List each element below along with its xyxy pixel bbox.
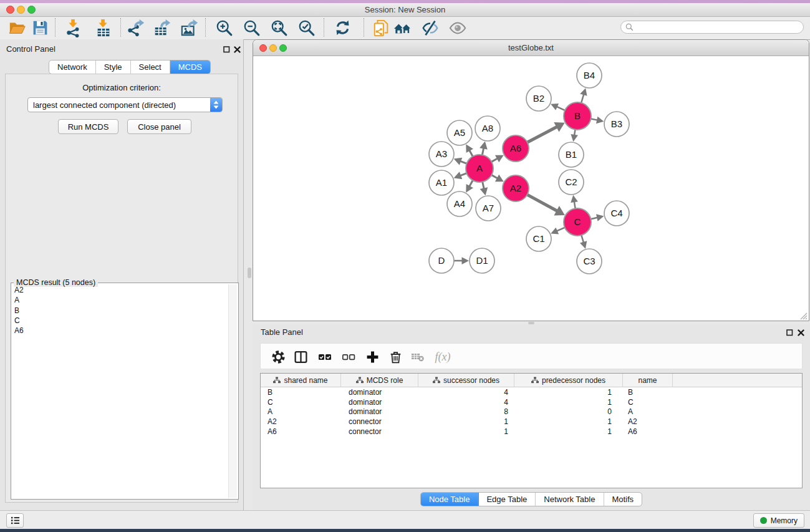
graph-node-B2[interactable]: B2 — [526, 86, 551, 111]
zoom-in-button[interactable] — [213, 17, 236, 38]
table-cell[interactable]: 1 — [514, 427, 623, 436]
network-vertical-scrollbar-thumb[interactable] — [248, 268, 251, 278]
graph-edge-A-A6[interactable] — [491, 155, 503, 163]
table-row[interactable]: A6connector11A6 — [261, 427, 802, 437]
table-cell[interactable]: A2 — [623, 417, 673, 426]
run-mcds-button[interactable]: Run MCDS — [58, 119, 118, 134]
table-cell[interactable]: 1 — [514, 388, 623, 397]
table-cell[interactable]: dominator — [341, 407, 418, 416]
table-cell[interactable]: A — [623, 407, 673, 416]
open-session-button[interactable] — [6, 17, 29, 38]
graph-edge-C-C2[interactable] — [571, 195, 578, 210]
export-network-button[interactable] — [125, 17, 147, 38]
mcds-result-list[interactable]: A2ABCA6 — [12, 285, 228, 498]
table-cell[interactable]: 0 — [514, 407, 623, 416]
delete-column-button[interactable] — [387, 348, 404, 365]
close-panel-action-button[interactable]: Close panel — [127, 119, 191, 134]
result-item[interactable]: B — [12, 306, 228, 316]
graph-node-A7[interactable]: A7 — [476, 196, 501, 221]
table-cell[interactable]: 4 — [418, 388, 514, 397]
graph-edge-A-A8[interactable] — [480, 142, 488, 156]
table-cell[interactable]: dominator — [341, 388, 418, 397]
table-cell[interactable]: A — [261, 407, 341, 416]
table-cell[interactable]: A6 — [261, 427, 341, 436]
export-table-button[interactable] — [151, 17, 173, 38]
graph-edge-A-A1[interactable] — [454, 172, 468, 179]
table-cell[interactable]: B — [261, 388, 341, 397]
graph-node-B1[interactable]: B1 — [559, 142, 584, 167]
table-cell[interactable]: B — [623, 388, 673, 397]
table-cell[interactable]: C — [261, 398, 341, 407]
network-window-titlebar[interactable]: testGlobe.txt — [253, 40, 809, 56]
resize-grip-icon[interactable] — [799, 311, 808, 320]
table-row[interactable]: Bdominator41B — [261, 387, 802, 397]
graph-edge-C-C1[interactable] — [551, 227, 565, 234]
table-cell[interactable]: 4 — [418, 398, 514, 407]
table-cell[interactable]: A2 — [261, 417, 341, 426]
graph-node-D[interactable]: D — [429, 248, 454, 273]
graph-node-A1[interactable]: A1 — [429, 170, 454, 195]
graph-edge-C-C3[interactable] — [580, 235, 587, 249]
table-tab-network-table[interactable]: Network Table — [536, 493, 604, 506]
table-close-button[interactable] — [797, 329, 805, 337]
table-cell[interactable]: 8 — [418, 407, 514, 416]
table-float-button[interactable] — [786, 329, 794, 337]
network-canvas[interactable]: B4B2BB3A5A8A6A3B1AA1C2A2A4A7C4CC1C3DD1 — [254, 56, 808, 321]
table-tab-motifs[interactable]: Motifs — [604, 493, 642, 506]
zoom-out-button[interactable] — [241, 17, 263, 38]
import-table-button[interactable] — [92, 17, 115, 38]
float-panel-button[interactable] — [223, 46, 231, 54]
table-cell[interactable]: connector — [341, 427, 418, 436]
result-item[interactable]: A6 — [12, 326, 228, 336]
memory-button[interactable]: Memory — [753, 513, 804, 528]
column-header-shared-name[interactable]: shared name — [261, 374, 341, 387]
column-header-predecessor-nodes[interactable]: predecessor nodes — [514, 374, 623, 387]
graph-node-A8[interactable]: A8 — [475, 116, 500, 141]
show-hide-panels-button[interactable] — [446, 17, 469, 38]
table-cell[interactable]: connector — [341, 417, 418, 426]
table-row[interactable]: Cdominator41C — [261, 397, 802, 407]
close-panel-button[interactable] — [233, 46, 241, 54]
deselect-all-button[interactable] — [340, 348, 357, 365]
table-cell[interactable]: 1 — [418, 417, 514, 426]
graph-node-A6[interactable]: A6 — [503, 135, 529, 162]
column-header-successor-nodes[interactable]: successor nodes — [418, 374, 514, 387]
zoom-fit-button[interactable] — [268, 17, 291, 38]
result-item[interactable]: A — [12, 295, 228, 305]
result-scrollbar[interactable] — [228, 284, 237, 498]
save-session-button[interactable] — [29, 17, 51, 38]
graph-node-C1[interactable]: C1 — [526, 226, 551, 251]
graph-node-A2[interactable]: A2 — [503, 175, 529, 201]
network-graph[interactable]: B4B2BB3A5A8A6A3B1AA1C2A2A4A7C4CC1C3DD1 — [254, 56, 808, 321]
graph-node-A5[interactable]: A5 — [447, 120, 472, 145]
graph-edge-B-B1[interactable] — [571, 129, 578, 142]
graph-node-B[interactable]: B — [564, 102, 591, 130]
graph-edge-A-A2[interactable] — [491, 175, 503, 182]
graph-edge-A-A7[interactable] — [480, 181, 488, 196]
graph-node-D1[interactable]: D1 — [470, 248, 494, 273]
table-row[interactable]: A2connector11A2 — [261, 417, 802, 427]
graph-node-A[interactable]: A — [466, 155, 493, 182]
export-image-button[interactable] — [178, 17, 201, 38]
graph-edge-C-C4[interactable] — [590, 214, 604, 221]
graph-edge-D-D1[interactable] — [453, 257, 469, 264]
graph-node-C[interactable]: C — [564, 208, 591, 236]
graph-node-B3[interactable]: B3 — [604, 112, 629, 137]
create-column-button[interactable] — [364, 348, 381, 365]
delete-table-button[interactable] — [409, 348, 427, 365]
graph-edge-A6-B[interactable] — [527, 122, 565, 143]
show-columns-button[interactable] — [292, 348, 309, 365]
tab-mcds[interactable]: MCDS — [170, 60, 210, 74]
search-input[interactable] — [636, 22, 803, 32]
table-cell[interactable]: A6 — [623, 427, 673, 436]
graph-node-C4[interactable]: C4 — [604, 201, 629, 226]
table-cell[interactable]: C — [623, 398, 673, 407]
table-tab-node-table[interactable]: Node Table — [421, 493, 479, 506]
graph-edge-A2-C[interactable] — [527, 195, 565, 216]
tab-style[interactable]: Style — [96, 60, 131, 74]
table-settings-button[interactable] — [269, 348, 287, 365]
graph-edge-B-B3[interactable] — [591, 117, 604, 124]
import-network-button[interactable] — [62, 17, 85, 38]
graph-edge-B-B4[interactable] — [580, 88, 587, 104]
tab-network[interactable]: Network — [49, 60, 96, 74]
